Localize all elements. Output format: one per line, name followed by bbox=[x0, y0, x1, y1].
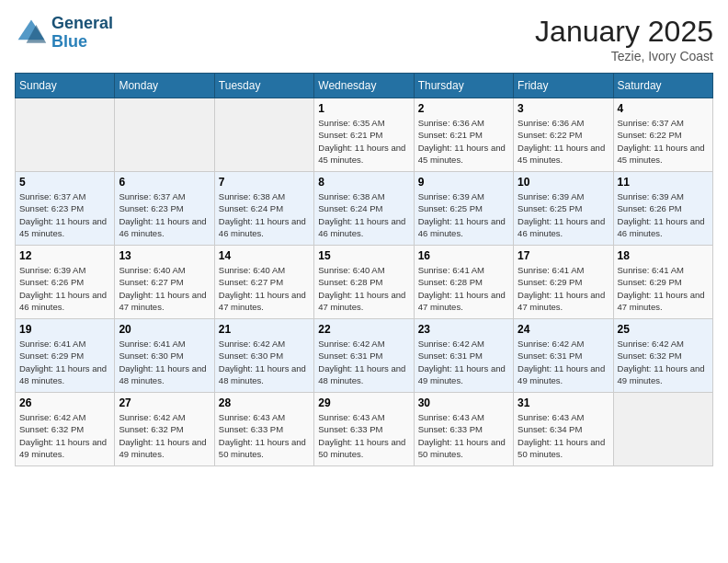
day-info: Sunrise: 6:41 AM Sunset: 6:28 PM Dayligh… bbox=[418, 264, 509, 313]
calendar-cell: 23Sunrise: 6:42 AM Sunset: 6:31 PM Dayli… bbox=[414, 319, 513, 393]
day-number: 13 bbox=[119, 249, 210, 262]
weekday-header-sunday: Sunday bbox=[16, 74, 115, 98]
day-number: 10 bbox=[518, 176, 609, 189]
day-number: 8 bbox=[318, 176, 409, 189]
month-title: January 2025 bbox=[535, 15, 713, 49]
day-info: Sunrise: 6:38 AM Sunset: 6:24 PM Dayligh… bbox=[318, 190, 409, 239]
day-info: Sunrise: 6:40 AM Sunset: 6:27 PM Dayligh… bbox=[119, 264, 210, 313]
day-info: Sunrise: 6:40 AM Sunset: 6:27 PM Dayligh… bbox=[219, 264, 310, 313]
calendar-cell: 3Sunrise: 6:36 AM Sunset: 6:22 PM Daylig… bbox=[514, 98, 613, 172]
day-number: 31 bbox=[518, 396, 609, 409]
calendar-cell: 27Sunrise: 6:42 AM Sunset: 6:32 PM Dayli… bbox=[115, 393, 214, 466]
calendar-cell: 6Sunrise: 6:37 AM Sunset: 6:23 PM Daylig… bbox=[115, 172, 214, 246]
calendar-cell: 14Sunrise: 6:40 AM Sunset: 6:27 PM Dayli… bbox=[214, 246, 313, 319]
logo-icon bbox=[15, 17, 48, 50]
weekday-header-tuesday: Tuesday bbox=[214, 74, 313, 98]
calendar-cell: 13Sunrise: 6:40 AM Sunset: 6:27 PM Dayli… bbox=[115, 246, 214, 319]
weekday-header-friday: Friday bbox=[514, 74, 613, 98]
day-number: 27 bbox=[119, 396, 210, 409]
day-number: 14 bbox=[219, 249, 310, 262]
day-info: Sunrise: 6:42 AM Sunset: 6:31 PM Dayligh… bbox=[518, 338, 609, 386]
logo: General Blue bbox=[15, 15, 113, 52]
calendar-week-2: 5Sunrise: 6:37 AM Sunset: 6:23 PM Daylig… bbox=[16, 172, 713, 246]
location: Tezie, Ivory Coast bbox=[535, 49, 713, 63]
day-info: Sunrise: 6:35 AM Sunset: 6:21 PM Dayligh… bbox=[318, 117, 409, 166]
day-number: 19 bbox=[19, 323, 110, 336]
weekday-header-thursday: Thursday bbox=[414, 74, 513, 98]
calendar-cell: 28Sunrise: 6:43 AM Sunset: 6:33 PM Dayli… bbox=[214, 393, 313, 466]
calendar-cell: 25Sunrise: 6:42 AM Sunset: 6:32 PM Dayli… bbox=[613, 319, 712, 393]
day-info: Sunrise: 6:42 AM Sunset: 6:32 PM Dayligh… bbox=[19, 411, 110, 460]
calendar-cell bbox=[214, 98, 313, 172]
calendar-cell: 21Sunrise: 6:42 AM Sunset: 6:30 PM Dayli… bbox=[214, 319, 313, 393]
day-number: 3 bbox=[518, 102, 609, 115]
calendar-cell: 11Sunrise: 6:39 AM Sunset: 6:26 PM Dayli… bbox=[613, 172, 712, 246]
day-info: Sunrise: 6:41 AM Sunset: 6:29 PM Dayligh… bbox=[618, 264, 709, 313]
calendar-cell bbox=[16, 98, 115, 172]
calendar-cell: 22Sunrise: 6:42 AM Sunset: 6:31 PM Dayli… bbox=[314, 319, 414, 393]
day-number: 4 bbox=[618, 102, 709, 115]
day-info: Sunrise: 6:40 AM Sunset: 6:28 PM Dayligh… bbox=[318, 264, 409, 313]
day-number: 1 bbox=[318, 102, 409, 115]
day-number: 30 bbox=[418, 396, 509, 409]
day-info: Sunrise: 6:41 AM Sunset: 6:29 PM Dayligh… bbox=[19, 338, 110, 386]
day-info: Sunrise: 6:42 AM Sunset: 6:32 PM Dayligh… bbox=[618, 338, 709, 386]
day-number: 17 bbox=[518, 249, 609, 262]
day-number: 21 bbox=[219, 323, 310, 336]
day-number: 29 bbox=[318, 396, 409, 409]
weekday-header-wednesday: Wednesday bbox=[314, 74, 414, 98]
day-info: Sunrise: 6:41 AM Sunset: 6:29 PM Dayligh… bbox=[518, 264, 609, 313]
day-number: 5 bbox=[19, 176, 110, 189]
calendar-cell: 7Sunrise: 6:38 AM Sunset: 6:24 PM Daylig… bbox=[214, 172, 313, 246]
calendar-cell: 20Sunrise: 6:41 AM Sunset: 6:30 PM Dayli… bbox=[115, 319, 214, 393]
day-info: Sunrise: 6:43 AM Sunset: 6:33 PM Dayligh… bbox=[418, 411, 509, 460]
day-number: 9 bbox=[418, 176, 509, 189]
day-info: Sunrise: 6:36 AM Sunset: 6:21 PM Dayligh… bbox=[418, 117, 509, 166]
weekday-header-row: SundayMondayTuesdayWednesdayThursdayFrid… bbox=[16, 74, 713, 98]
day-info: Sunrise: 6:39 AM Sunset: 6:25 PM Dayligh… bbox=[418, 190, 509, 239]
calendar-cell: 29Sunrise: 6:43 AM Sunset: 6:33 PM Dayli… bbox=[314, 393, 414, 466]
day-info: Sunrise: 6:39 AM Sunset: 6:25 PM Dayligh… bbox=[518, 190, 609, 239]
calendar-cell: 2Sunrise: 6:36 AM Sunset: 6:21 PM Daylig… bbox=[414, 98, 513, 172]
day-number: 24 bbox=[518, 323, 609, 336]
calendar-cell: 12Sunrise: 6:39 AM Sunset: 6:26 PM Dayli… bbox=[16, 246, 115, 319]
weekday-header-saturday: Saturday bbox=[613, 74, 712, 98]
calendar-cell: 19Sunrise: 6:41 AM Sunset: 6:29 PM Dayli… bbox=[16, 319, 115, 393]
calendar-cell: 30Sunrise: 6:43 AM Sunset: 6:33 PM Dayli… bbox=[414, 393, 513, 466]
day-number: 2 bbox=[418, 102, 509, 115]
day-info: Sunrise: 6:37 AM Sunset: 6:23 PM Dayligh… bbox=[19, 190, 110, 239]
title-block: January 2025 Tezie, Ivory Coast bbox=[535, 15, 713, 63]
day-info: Sunrise: 6:43 AM Sunset: 6:34 PM Dayligh… bbox=[518, 411, 609, 460]
day-info: Sunrise: 6:37 AM Sunset: 6:23 PM Dayligh… bbox=[119, 190, 210, 239]
calendar-cell: 31Sunrise: 6:43 AM Sunset: 6:34 PM Dayli… bbox=[514, 393, 613, 466]
day-number: 20 bbox=[119, 323, 210, 336]
day-info: Sunrise: 6:43 AM Sunset: 6:33 PM Dayligh… bbox=[318, 411, 409, 460]
day-number: 22 bbox=[318, 323, 409, 336]
calendar-week-1: 1Sunrise: 6:35 AM Sunset: 6:21 PM Daylig… bbox=[16, 98, 713, 172]
day-number: 7 bbox=[219, 176, 310, 189]
logo-text: General Blue bbox=[51, 15, 113, 52]
calendar-cell: 26Sunrise: 6:42 AM Sunset: 6:32 PM Dayli… bbox=[16, 393, 115, 466]
day-number: 23 bbox=[418, 323, 509, 336]
day-info: Sunrise: 6:42 AM Sunset: 6:31 PM Dayligh… bbox=[418, 338, 509, 386]
calendar-cell bbox=[613, 393, 712, 466]
day-number: 12 bbox=[19, 249, 110, 262]
day-number: 11 bbox=[618, 176, 709, 189]
day-info: Sunrise: 6:42 AM Sunset: 6:30 PM Dayligh… bbox=[219, 338, 310, 386]
calendar-body: 1Sunrise: 6:35 AM Sunset: 6:21 PM Daylig… bbox=[16, 98, 713, 466]
day-number: 18 bbox=[618, 249, 709, 262]
day-info: Sunrise: 6:38 AM Sunset: 6:24 PM Dayligh… bbox=[219, 190, 310, 239]
weekday-header-monday: Monday bbox=[115, 74, 214, 98]
calendar-cell: 18Sunrise: 6:41 AM Sunset: 6:29 PM Dayli… bbox=[613, 246, 712, 319]
calendar-week-4: 19Sunrise: 6:41 AM Sunset: 6:29 PM Dayli… bbox=[16, 319, 713, 393]
calendar-week-3: 12Sunrise: 6:39 AM Sunset: 6:26 PM Dayli… bbox=[16, 246, 713, 319]
day-number: 6 bbox=[119, 176, 210, 189]
day-number: 28 bbox=[219, 396, 310, 409]
day-number: 26 bbox=[19, 396, 110, 409]
calendar-header: SundayMondayTuesdayWednesdayThursdayFrid… bbox=[16, 74, 713, 98]
day-number: 25 bbox=[618, 323, 709, 336]
calendar-cell: 9Sunrise: 6:39 AM Sunset: 6:25 PM Daylig… bbox=[414, 172, 513, 246]
page-header: General Blue January 2025 Tezie, Ivory C… bbox=[15, 15, 713, 63]
calendar-week-5: 26Sunrise: 6:42 AM Sunset: 6:32 PM Dayli… bbox=[16, 393, 713, 466]
calendar-cell: 15Sunrise: 6:40 AM Sunset: 6:28 PM Dayli… bbox=[314, 246, 414, 319]
